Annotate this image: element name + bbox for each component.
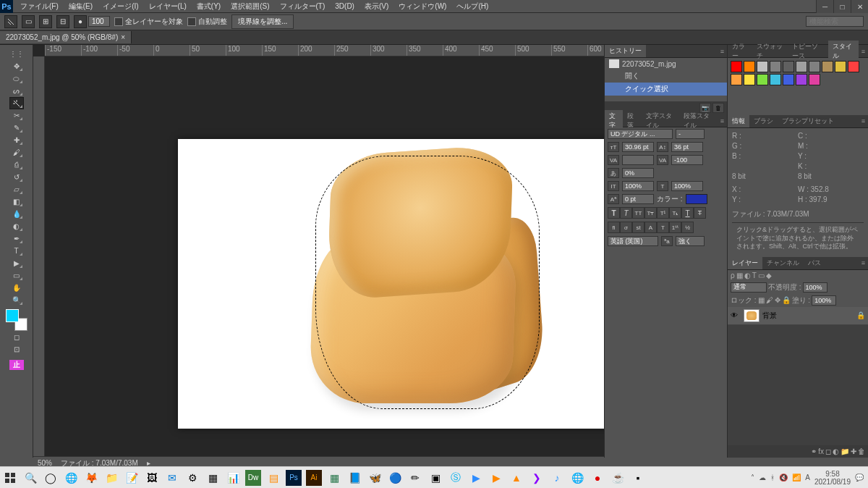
quick-select-tool[interactable] (9, 97, 24, 109)
canvas-area[interactable]: -150-100-5005010015020025030035040045050… (33, 45, 604, 458)
all-layers-checkbox[interactable]: 全レイヤーを対象 (114, 17, 183, 27)
start-button[interactable] (0, 467, 20, 489)
crop-tool[interactable]: ✂ (9, 109, 24, 122)
color-swap[interactable] (6, 309, 27, 331)
menu-layer[interactable]: レイヤー(L) (145, 1, 191, 12)
app-icon-4[interactable]: 🔵 (385, 467, 405, 489)
swatch-item[interactable] (848, 61, 859, 72)
eraser-tool[interactable]: ▱ (9, 183, 24, 195)
history-doc[interactable]: 22073052_m.jpg (605, 58, 727, 70)
illustrator-icon[interactable]: Ai (306, 470, 322, 486)
dreamweaver-icon[interactable]: Dw (245, 470, 261, 486)
screenmode-toggle[interactable]: ⊡ (9, 343, 24, 356)
vscale-input[interactable] (622, 181, 654, 191)
tracking-input[interactable] (671, 155, 703, 165)
purple-icon[interactable]: ❯ (527, 467, 547, 489)
tray-wifi-icon[interactable]: 📶 (792, 474, 801, 481)
fx-icon[interactable]: fx (818, 447, 824, 455)
menu-3d[interactable]: 3D(D) (331, 1, 359, 11)
history-brush-tool[interactable]: ↺ (9, 171, 24, 183)
auto-enhance-checkbox[interactable]: 自動調整 (187, 17, 227, 27)
swatch-item[interactable] (731, 74, 742, 85)
brush-icon[interactable]: ● (74, 15, 87, 28)
globe-icon[interactable]: 🌐 (567, 467, 587, 489)
panel-menu-icon[interactable]: ≡ (718, 48, 727, 55)
mask-icon[interactable]: ◻ (825, 447, 831, 455)
foreground-color[interactable] (6, 309, 19, 322)
text-color-swatch[interactable] (686, 194, 707, 204)
bold-button[interactable]: T (608, 207, 620, 219)
tsume-input[interactable] (622, 168, 654, 178)
terminal-icon[interactable]: ▪ (628, 467, 648, 489)
swatch-item[interactable] (796, 74, 807, 85)
superscript-button[interactable]: T¹ (657, 207, 669, 219)
brushpreset-tab[interactable]: ブラシプリセット (778, 115, 838, 127)
stamp-tool[interactable]: ⎙ (9, 159, 24, 171)
swatch-item[interactable] (757, 74, 768, 85)
document-canvas[interactable] (178, 139, 604, 429)
swatch-item[interactable] (744, 74, 755, 85)
tray-vol-icon[interactable]: 🔇 (779, 474, 788, 481)
quickmask-toggle[interactable]: ◻ (9, 331, 24, 343)
fill-input[interactable] (812, 295, 836, 306)
underline-button[interactable]: T (681, 207, 694, 219)
hand-tool[interactable]: ✋ (9, 282, 24, 294)
history-step-open[interactable]: 開く (605, 70, 727, 83)
obs-icon[interactable]: ▣ (425, 467, 446, 489)
tray-clock[interactable]: 9:58 2021/08/19 (814, 470, 851, 486)
excel-icon[interactable]: ▦ (324, 467, 344, 489)
swatch-item[interactable] (770, 74, 781, 85)
swatch-item[interactable] (783, 74, 794, 85)
sigma-button[interactable]: σ (620, 222, 632, 233)
font-family-input[interactable] (608, 129, 673, 139)
panel-menu-icon[interactable]: ≡ (859, 259, 868, 266)
type-tool[interactable]: T (9, 245, 24, 257)
swatch-item[interactable] (757, 61, 768, 72)
swatch-item[interactable] (809, 61, 820, 72)
menu-file[interactable]: ファイル(F) (16, 1, 63, 12)
menu-window[interactable]: ウィンドウ(W) (394, 1, 451, 12)
visibility-icon[interactable]: 👁 (731, 311, 741, 319)
blend-mode-input[interactable] (731, 282, 767, 293)
panel-menu-icon[interactable]: ≡ (859, 48, 868, 55)
panel-menu-icon[interactable]: ≡ (718, 117, 727, 125)
photos-icon[interactable]: 🖼 (142, 467, 162, 489)
filter-type-icon[interactable]: T (752, 272, 757, 279)
minimize-button[interactable]: ─ (816, 0, 833, 13)
path-select-tool[interactable]: ▶ (9, 257, 24, 269)
swatch-item[interactable] (796, 61, 807, 72)
menu-filter[interactable]: フィルター(T) (276, 1, 330, 12)
menu-view[interactable]: 表示(V) (360, 1, 393, 12)
tray-ime-icon[interactable]: A (805, 474, 810, 481)
edit-standard-icon[interactable]: 止 (9, 360, 24, 370)
filter-smart-icon[interactable]: ◆ (766, 272, 772, 279)
1st-button[interactable]: 1ˢᵗ (669, 222, 681, 233)
link-icon[interactable]: ⚭ (811, 447, 817, 455)
tray-notif-icon[interactable]: 💬 (855, 474, 864, 481)
notepad-icon[interactable]: 📝 (122, 467, 142, 489)
sublime-icon[interactable]: ▤ (263, 467, 284, 489)
zoom-tool[interactable]: 🔍 (9, 294, 24, 306)
layer-filter-icon[interactable]: ρ (731, 272, 735, 279)
menu-select[interactable]: 選択範囲(S) (226, 1, 273, 12)
healing-tool[interactable]: ✚ (9, 134, 24, 146)
filter-adj-icon[interactable]: ◐ (744, 272, 751, 279)
search-icon[interactable]: 🔍 (20, 467, 41, 489)
kerning-input[interactable] (622, 155, 654, 165)
layer-background[interactable]: 👁 背景 🔒 (728, 307, 868, 325)
close-tab-icon[interactable]: × (121, 33, 125, 41)
app-icon-5[interactable]: ✏ (405, 467, 425, 489)
move-tool[interactable]: ✥ (9, 60, 24, 72)
search-input[interactable] (806, 16, 864, 27)
trash-icon[interactable]: 🗑 (858, 447, 865, 455)
tool-preset-icon[interactable] (4, 15, 17, 28)
opacity-input[interactable] (803, 282, 827, 293)
skype-icon[interactable]: Ⓢ (446, 467, 466, 489)
swatch-item[interactable] (731, 61, 742, 72)
gradient-tool[interactable]: ◧ (9, 195, 24, 208)
dodge-tool[interactable]: ◐ (9, 220, 24, 232)
st-button[interactable]: st (632, 222, 644, 233)
swatch-item[interactable] (809, 74, 820, 85)
smallcaps-button[interactable]: Tᴛ (644, 207, 657, 219)
ad-button[interactable]: A (644, 222, 657, 233)
